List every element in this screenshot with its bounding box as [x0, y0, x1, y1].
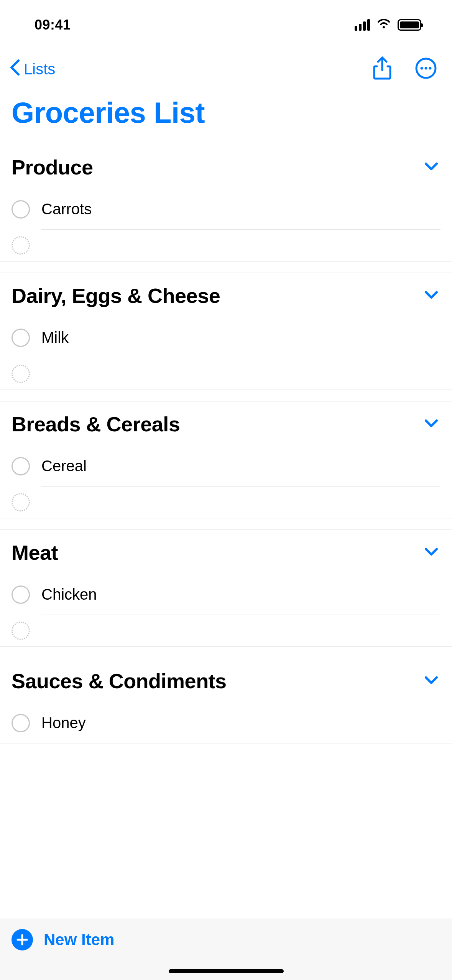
chevron-down-icon [424, 162, 438, 172]
section-title: Meat [12, 541, 58, 564]
reminder-item[interactable]: Honey [0, 703, 452, 743]
new-item-label: New Item [44, 931, 114, 949]
section-title: Sauces & Condiments [12, 669, 227, 693]
reminder-placeholder[interactable] [0, 358, 452, 390]
sections-container: Produce Carrots Dairy, Eggs & Cheese Mil… [0, 141, 452, 743]
nav-actions [372, 56, 437, 82]
wifi-icon [376, 18, 391, 31]
section-meat: Meat Chicken [0, 529, 452, 647]
section-title: Produce [12, 155, 93, 179]
checkbox-unchecked-icon[interactable] [12, 200, 30, 219]
checkbox-placeholder-icon [12, 493, 30, 511]
svg-point-3 [429, 67, 432, 70]
reminder-placeholder-input[interactable] [41, 487, 440, 518]
reminder-label[interactable]: Cereal [41, 446, 440, 487]
section-sauces: Sauces & Condiments Honey [0, 658, 452, 743]
svg-point-2 [425, 67, 427, 70]
reminder-placeholder-input[interactable] [41, 358, 440, 390]
reminder-item[interactable]: Milk [0, 317, 452, 358]
plus-circle-icon [12, 929, 33, 950]
home-indicator[interactable] [169, 969, 284, 973]
reminder-placeholder-input[interactable] [41, 230, 440, 261]
status-right [355, 18, 421, 31]
battery-icon [398, 19, 421, 31]
status-time: 09:41 [35, 17, 71, 33]
checkbox-unchecked-icon[interactable] [12, 457, 30, 475]
status-bar: 09:41 [0, 0, 452, 50]
reminder-placeholder[interactable] [0, 615, 452, 646]
section-breads: Breads & Cereals Cereal [0, 401, 452, 518]
section-header[interactable]: Meat [0, 541, 452, 574]
reminder-item[interactable]: Cereal [0, 446, 452, 487]
nav-bar: Lists [0, 50, 452, 88]
new-item-button[interactable]: New Item [12, 929, 114, 950]
section-title: Breads & Cereals [12, 412, 180, 436]
section-header[interactable]: Produce [0, 155, 452, 189]
checkbox-placeholder-icon [12, 236, 30, 255]
share-button[interactable] [372, 56, 392, 82]
section-header[interactable]: Dairy, Eggs & Cheese [0, 284, 452, 317]
reminder-label[interactable]: Honey [41, 703, 440, 743]
reminder-item[interactable]: Chicken [0, 574, 452, 615]
back-button[interactable]: Lists [8, 58, 55, 80]
chevron-left-icon [8, 58, 22, 80]
checkbox-placeholder-icon [12, 365, 30, 383]
reminder-placeholder-input[interactable] [41, 615, 440, 646]
reminder-label[interactable]: Milk [41, 317, 440, 358]
back-label: Lists [24, 61, 55, 78]
reminder-placeholder[interactable] [0, 230, 452, 261]
chevron-down-icon [424, 676, 438, 686]
chevron-down-icon [424, 548, 438, 557]
section-dairy: Dairy, Eggs & Cheese Milk [0, 273, 452, 390]
reminder-item[interactable]: Carrots [0, 189, 452, 230]
checkbox-placeholder-icon [12, 622, 30, 640]
cellular-signal-icon [355, 19, 370, 31]
chevron-down-icon [424, 291, 438, 301]
section-title: Dairy, Eggs & Cheese [12, 284, 220, 307]
reminder-placeholder[interactable] [0, 487, 452, 518]
reminder-label[interactable]: Chicken [41, 574, 440, 615]
more-button[interactable] [415, 58, 437, 81]
svg-point-1 [421, 67, 423, 70]
section-header[interactable]: Sauces & Condiments [0, 669, 452, 703]
checkbox-unchecked-icon[interactable] [12, 714, 30, 732]
section-produce: Produce Carrots [0, 145, 452, 261]
page-title: Groceries List [0, 88, 452, 141]
chevron-down-icon [424, 419, 438, 429]
reminder-label[interactable]: Carrots [41, 189, 440, 230]
checkbox-unchecked-icon[interactable] [12, 329, 30, 347]
section-header[interactable]: Breads & Cereals [0, 412, 452, 446]
checkbox-unchecked-icon[interactable] [12, 585, 30, 604]
